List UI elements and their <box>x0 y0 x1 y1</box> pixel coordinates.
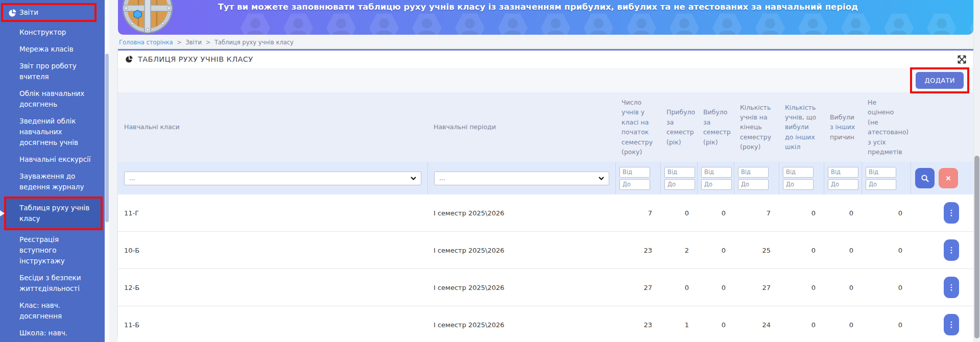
table-row: 11-Б І семестр 2025\2026 23 1 0 24 0 0 0… <box>118 306 973 342</box>
filter-to-input[interactable] <box>619 179 650 190</box>
banner-description: Тут ви можете заповнювати таблицю руху у… <box>184 2 892 12</box>
col-header-left-other-schools: Кількість учнів, що вибули до інших шкіл <box>779 97 824 157</box>
filter-to-input[interactable] <box>783 179 814 190</box>
filter-end-count <box>734 162 779 194</box>
cell-class: 11-Б <box>118 321 427 329</box>
search-button[interactable] <box>915 168 935 188</box>
annotation-box-add: ДОДАТИ <box>910 67 969 93</box>
main-content: Тут ви можете заповнювати таблицю руху у… <box>105 0 980 342</box>
sidebar-item-label: Звіти <box>19 8 38 16</box>
search-icon <box>921 174 929 183</box>
row-actions-button[interactable]: ⋮ <box>944 202 959 224</box>
cell-class: 10-Б <box>118 247 427 254</box>
sidebar-item-tablytsya-rukhu[interactable]: Таблиця руху учнів класу <box>4 197 103 230</box>
filter-start-count <box>615 162 660 194</box>
sidebar-item-konstruktor[interactable]: Конструктор <box>0 24 105 41</box>
cell-class: 12-Б <box>118 284 427 291</box>
filter-from-input[interactable] <box>828 167 858 178</box>
filter-to-input[interactable] <box>664 179 695 190</box>
filter-to-input[interactable] <box>701 179 732 190</box>
sidebar-item-zauvazhennya[interactable]: Зауваження до ведення журналу <box>0 168 105 196</box>
filter-to-input[interactable] <box>828 179 858 190</box>
col-header-left-other-reasons: Вибули з інших причин <box>824 107 862 147</box>
filter-to-input[interactable] <box>866 179 896 190</box>
page-scrollbar-thumb[interactable] <box>974 156 979 338</box>
table-header-row: Навчальні класи Навчальні періоди Число … <box>118 92 973 162</box>
sidebar-item-zvity[interactable]: Звіти <box>1 3 97 22</box>
filter-left-other-schools <box>779 162 824 194</box>
cell-period: І семестр 2025\2026 <box>427 247 615 254</box>
table-row: 11-Г І семестр 2025\2026 7 0 0 7 0 0 0 ⋮ <box>118 194 973 232</box>
hexagon-avatar-pattern <box>241 12 973 35</box>
cell-class: 11-Г <box>118 209 427 217</box>
panel-title: ТАБЛИЦЯ РУХУ УЧНІВ КЛАСУ <box>138 55 253 63</box>
chevron-down-icon <box>599 177 604 180</box>
sidebar-item-shkola-dosyahnennya[interactable]: Школа: навч. досягнення <box>0 325 105 342</box>
period-filter-select[interactable]: ... <box>434 172 609 185</box>
sidebar-item-besidy[interactable]: Бесіди з безпеки життєдіяльності <box>0 270 105 297</box>
cell-period: І семестр 2025\2026 <box>427 284 615 291</box>
col-header-left: Вибуло за семестр (рік) <box>697 102 734 152</box>
filter-from-input[interactable] <box>664 167 695 178</box>
panel-title-bar: ТАБЛИЦЯ РУХУ УЧНІВ КЛАСУ <box>118 51 973 68</box>
sidebar-item-reyestratsiya[interactable]: Реєстрація вступного інструктажу <box>0 231 105 270</box>
pie-chart-icon <box>8 9 17 17</box>
filter-arrived <box>660 162 697 194</box>
row-actions-button[interactable]: ⋮ <box>944 239 959 261</box>
table-filter-row: ... ... <box>118 162 973 194</box>
clear-filters-button[interactable]: ✕ <box>939 168 958 188</box>
col-header-not-assessed: Не оцінено (не атестовано) з усіх предме… <box>862 92 911 162</box>
add-button[interactable]: ДОДАТИ <box>916 72 964 89</box>
row-actions-button[interactable]: ⋮ <box>944 277 959 298</box>
sidebar-item-zvedenyi-oblik[interactable]: Зведений облік навчальних досягнень учні… <box>0 113 105 151</box>
filter-left <box>697 162 734 194</box>
filter-from-input[interactable] <box>866 167 896 178</box>
sidebar-item-ekskursii[interactable]: Навчальні екскурсії <box>0 151 105 168</box>
pie-chart-icon <box>125 55 133 63</box>
breadcrumb-home-link[interactable]: Головна сторінка <box>119 39 173 46</box>
app-window: Звіти Конструктор Мережа класів Звіт про… <box>0 0 980 342</box>
filter-left-other-reasons <box>824 162 862 194</box>
col-header-classes: Навчальні класи <box>118 117 427 137</box>
expand-fullscreen-icon[interactable] <box>958 55 966 64</box>
shield-logo-icon <box>122 0 173 35</box>
table-row: 12-Б І семестр 2025\2026 27 0 0 27 0 0 0… <box>118 269 973 306</box>
col-header-arrived: Прибуло за семестр (рік) <box>660 102 697 152</box>
info-banner: Тут ви можете заповнювати таблицю руху у… <box>118 0 973 35</box>
col-header-periods: Навчальні періоди <box>427 117 615 137</box>
filter-not-assessed <box>862 162 911 194</box>
page-scrollbar[interactable] <box>973 0 980 342</box>
panel-toolbar: ДОДАТИ <box>118 68 973 92</box>
row-actions-button[interactable]: ⋮ <box>944 314 959 335</box>
chevron-down-icon <box>411 177 416 180</box>
class-filter-select[interactable]: ... <box>124 172 421 185</box>
filter-actions: ✕ <box>911 162 973 194</box>
breadcrumb: Головна сторінка > Звіти > Таблиця руху … <box>118 35 980 49</box>
table-row: 10-Б І семестр 2025\2026 23 2 0 25 0 0 0… <box>118 232 973 269</box>
report-panel: ТАБЛИЦЯ РУХУ УЧНІВ КЛАСУ ДОДАТИ <box>118 49 973 336</box>
filter-from-input[interactable] <box>619 167 650 178</box>
filter-from-input[interactable] <box>738 167 769 178</box>
col-header-end-count: Кількість учнів на кінець семестру (року… <box>734 97 779 157</box>
sidebar: Звіти Конструктор Мережа класів Звіт про… <box>0 0 105 342</box>
col-header-start-count: Число учнів у класі на початок семестру … <box>615 92 660 162</box>
sidebar-item-klas-dosyahnennya[interactable]: Клас: навч. досягнення <box>0 297 105 325</box>
cell-period: І семестр 2025\2026 <box>427 321 615 329</box>
sidebar-item-merezha-klasiv[interactable]: Мережа класів <box>0 41 105 58</box>
breadcrumb-section: Звіти <box>185 39 202 46</box>
cell-period: І семестр 2025\2026 <box>427 209 615 217</box>
sidebar-item-zvit-pro-robotu[interactable]: Звіт про роботу вчителя <box>0 58 105 85</box>
filter-from-input[interactable] <box>701 167 732 178</box>
breadcrumb-current: Таблиця руху учнів класу <box>214 39 294 46</box>
filter-to-input[interactable] <box>738 179 769 190</box>
filter-from-input[interactable] <box>783 167 814 178</box>
sidebar-item-oblik-dosyahnen[interactable]: Облік навчальних досягнень <box>0 85 105 113</box>
